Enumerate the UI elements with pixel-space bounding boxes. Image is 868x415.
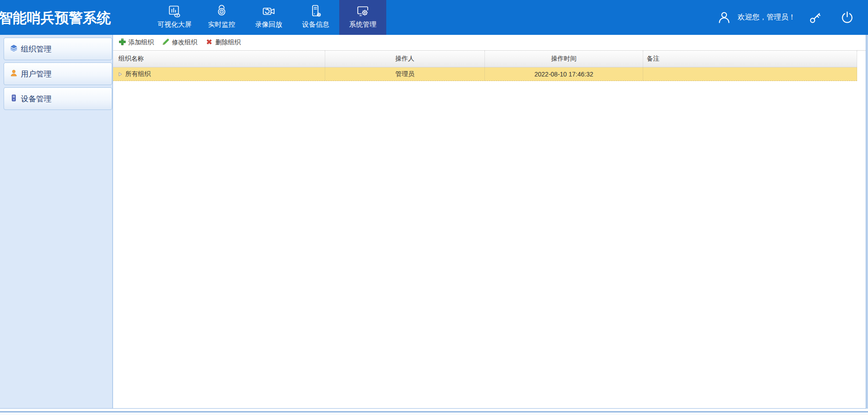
nav-item-visualization[interactable]: 可视化大屏 xyxy=(151,0,198,35)
table-header-row: 组织名称 操作人 操作时间 备注 xyxy=(113,51,857,67)
device-blue-icon xyxy=(10,94,18,104)
main-content: 添加组织 修改组织 xyxy=(113,35,868,408)
top-bar: 智能哨兵预警系统 可视化大屏 xyxy=(0,0,868,35)
sidebar-item-device-management[interactable]: 设备管理 xyxy=(4,87,112,110)
nav-item-playback[interactable]: 录像回放 xyxy=(245,0,292,35)
system-settings-icon xyxy=(355,4,370,19)
body-area: 组织管理 用户管理 xyxy=(0,35,868,409)
org-table: 组织名称 操作人 操作时间 备注 所有组织 管理员 xyxy=(113,51,857,81)
nav-label: 实时监控 xyxy=(208,20,235,29)
welcome-message: 欢迎您，管理员！ xyxy=(738,13,796,22)
user-orange-icon xyxy=(10,69,18,79)
user-icon xyxy=(717,10,731,25)
footer xyxy=(0,411,868,415)
edit-org-label: 修改组织 xyxy=(172,38,197,47)
app-window: 智能哨兵预警系统 可视化大屏 xyxy=(0,0,868,415)
nav-item-live-monitor[interactable]: 实时监控 xyxy=(198,0,245,35)
power-icon[interactable] xyxy=(840,10,854,25)
nav-item-device-info[interactable]: 设备信息 xyxy=(292,0,339,35)
add-org-button[interactable]: 添加组织 xyxy=(119,38,154,47)
nav-label: 系统管理 xyxy=(349,20,376,29)
expand-triangle-icon[interactable] xyxy=(119,72,122,76)
column-header-org-name[interactable]: 组织名称 xyxy=(113,51,325,67)
sidebar-item-user-management[interactable]: 用户管理 xyxy=(4,62,112,85)
delete-org-button[interactable]: 删除组织 xyxy=(205,38,241,47)
nav-label: 设备信息 xyxy=(302,20,329,29)
add-org-label: 添加组织 xyxy=(128,38,154,47)
live-camera-icon xyxy=(214,4,229,19)
app-title: 智能哨兵预警系统 xyxy=(0,9,111,28)
column-header-operator[interactable]: 操作人 xyxy=(325,51,485,67)
sidebar-item-org-management[interactable]: 组织管理 xyxy=(4,38,112,60)
edit-icon xyxy=(162,38,170,47)
nav-label: 录像回放 xyxy=(255,20,282,29)
user-bar: 欢迎您，管理员！ xyxy=(717,0,854,35)
sidebar: 组织管理 用户管理 xyxy=(0,35,113,408)
add-icon xyxy=(119,38,126,47)
sidebar-item-label: 设备管理 xyxy=(21,94,52,104)
nav-item-system-management[interactable]: 系统管理 xyxy=(339,0,386,35)
device-info-icon xyxy=(308,4,323,19)
delete-org-label: 删除组织 xyxy=(215,38,241,47)
sidebar-item-label: 用户管理 xyxy=(21,69,52,79)
column-header-op-time[interactable]: 操作时间 xyxy=(485,51,643,67)
operator-cell: 管理员 xyxy=(325,67,485,81)
column-header-remark[interactable]: 备注 xyxy=(643,51,857,67)
delete-icon xyxy=(205,38,213,47)
key-icon[interactable] xyxy=(808,11,822,24)
nav-label: 可视化大屏 xyxy=(158,20,192,29)
org-layers-icon xyxy=(10,44,18,54)
op-time-cell: 2022-08-10 17:46:32 xyxy=(485,67,643,81)
remark-cell xyxy=(643,67,857,81)
dashboard-screen-icon xyxy=(167,4,182,19)
main-nav: 可视化大屏 实时监控 xyxy=(151,0,386,35)
org-name-cell: 所有组织 xyxy=(113,67,325,81)
org-name-text: 所有组织 xyxy=(125,70,151,78)
right-edge-strip xyxy=(866,35,868,409)
sidebar-item-label: 组织管理 xyxy=(21,44,52,54)
table-row[interactable]: 所有组织 管理员 2022-08-10 17:46:32 xyxy=(113,67,857,81)
org-toolbar: 添加组织 修改组织 xyxy=(113,35,868,51)
video-playback-icon xyxy=(261,4,276,19)
edit-org-button[interactable]: 修改组织 xyxy=(162,38,197,47)
